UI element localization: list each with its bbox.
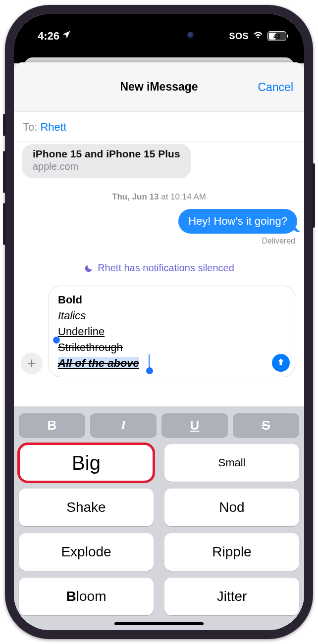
effect-big[interactable]: Big [19,444,154,482]
sent-message[interactable]: Hey! How's it going? [178,209,297,234]
conversation: iPhone 15 and iPhone 15 Plus apple.com T… [14,142,304,406]
text-cursor [149,354,150,369]
sheet: New iMessage Cancel To: Rhett iPhone 15 … [14,62,304,630]
attachments-button[interactable]: + [21,352,43,374]
delivery-status: Delivered [19,237,295,246]
arrow-up-icon [276,355,286,371]
selection-handle-end[interactable] [146,367,153,374]
compose-line-strike: Strikethrough [58,340,123,355]
location-icon [61,30,71,43]
format-row: B I U S [19,413,299,437]
screen: 4:26 SOS 43 New iMessage Ca [14,14,304,630]
nav-header: New iMessage Cancel [14,62,304,112]
compose-line-bold: Bold [58,292,267,308]
to-label: To: [23,121,37,133]
silenced-text: Rhett has notifications silenced [98,262,234,274]
notifications-silenced: Rhett has notifications silenced [19,262,299,274]
phone-frame: 4:26 SOS 43 New iMessage Ca [5,5,313,639]
underline-button[interactable]: U [161,413,228,437]
mute-switch [3,114,6,136]
wifi-icon [253,29,264,43]
link-title: iPhone 15 and iPhone 15 Plus [33,148,180,160]
effect-small[interactable]: Small [164,444,299,482]
send-button[interactable] [272,354,290,372]
status-time: 4:26 [38,30,59,43]
link-preview[interactable]: iPhone 15 and iPhone 15 Plus apple.com [22,144,191,178]
selection-handle-start[interactable] [53,337,60,344]
battery-level: 43 [268,32,286,41]
effects-grid: Big Small Shake Nod Explode Ripple Bloom… [19,444,299,615]
to-recipient[interactable]: Rhett [40,121,66,133]
dynamic-island [117,25,201,46]
timestamp-day: Thu, Jun 13 [112,192,159,201]
power-button [312,163,315,228]
text-effects-panel: B I U S Big Small Shake Nod Explode Ripp… [14,406,304,630]
volume-down [3,203,6,245]
cancel-button[interactable]: Cancel [258,80,293,94]
compose-input[interactable]: Bold Italics Underline Strikethrough All… [49,286,295,377]
compose-line-italics: Italics [58,308,267,324]
background-card [14,53,304,63]
effect-ripple[interactable]: Ripple [164,533,299,571]
volume-up [3,151,6,193]
bold-button[interactable]: B [19,413,85,437]
italic-button[interactable]: I [90,413,157,437]
effect-nod[interactable]: Nod [164,489,299,526]
effect-explode[interactable]: Explode [19,533,154,571]
selected-text: All of the above [58,357,139,369]
home-indicator[interactable] [114,622,204,625]
link-host: apple.com [33,161,180,172]
to-field[interactable]: To: Rhett [14,112,304,142]
strikethrough-button[interactable]: S [233,413,299,437]
timestamp-time: at 10:14 AM [159,192,206,201]
plus-icon: + [27,355,36,372]
effect-shake[interactable]: Shake [19,489,154,526]
compose-row: + Bold Italics Underline Strikethrough A… [19,284,299,385]
timestamp: Thu, Jun 13 at 10:14 AM [19,192,299,202]
effect-bloom[interactable]: Bloom [19,578,154,615]
compose-line-underline: Underline [58,324,267,340]
battery-icon: 43 [267,31,286,41]
status-sos: SOS [229,31,249,42]
nav-title: New iMessage [120,80,198,94]
effect-jitter[interactable]: Jitter [164,578,299,615]
moon-icon [84,263,94,273]
